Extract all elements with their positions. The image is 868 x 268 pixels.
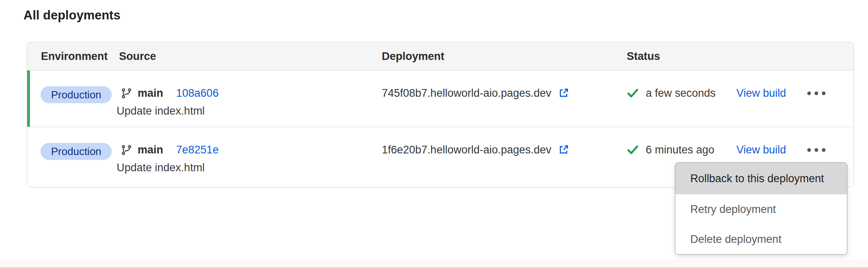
column-header-environment: Environment — [41, 42, 108, 70]
table-header-row: Environment Source Deployment Status — [27, 42, 853, 70]
deployment-url: 1f6e20b7.helloworld-aio.pages.dev — [382, 144, 551, 156]
column-header-deployment: Deployment — [382, 42, 445, 70]
check-icon — [627, 87, 639, 99]
environment-badge: Production — [40, 143, 112, 160]
branch-name: main — [138, 87, 163, 100]
kebab-menu-icon — [807, 148, 811, 152]
commit-link[interactable]: 7e8251e — [176, 144, 219, 156]
branch-name: main — [138, 144, 163, 156]
menu-item-delete[interactable]: Delete deployment — [675, 224, 847, 254]
row-actions-button[interactable] — [803, 142, 830, 158]
git-branch-icon — [121, 88, 132, 99]
commit-link[interactable]: 108a606 — [176, 87, 219, 100]
external-link-icon[interactable] — [558, 144, 569, 155]
status-time: 6 minutes ago — [646, 144, 715, 156]
deployment-cell: 745f08b7.helloworld-aio.pages.dev — [382, 86, 569, 100]
column-header-status: Status — [627, 42, 660, 70]
deployment-url: 745f08b7.helloworld-aio.pages.dev — [382, 87, 551, 100]
status-time: a few seconds — [646, 87, 716, 100]
external-link-icon[interactable] — [558, 87, 569, 99]
source-cell: main 7e8251e Update index.html — [117, 143, 219, 174]
source-cell: main 108a606 Update index.html — [117, 86, 219, 118]
git-branch-icon — [121, 145, 132, 155]
column-header-source: Source — [119, 42, 156, 70]
check-icon — [627, 144, 639, 156]
table-row: Production main 108a606 — [27, 70, 853, 127]
menu-item-rollback[interactable]: Rollback to this deployment — [675, 163, 847, 194]
environment-badge: Production — [40, 86, 112, 103]
page-title: All deployments — [23, 8, 120, 23]
kebab-menu-icon — [807, 91, 811, 95]
status-cell: 6 minutes ago — [627, 143, 715, 157]
menu-item-retry[interactable]: Retry deployment — [675, 194, 847, 224]
view-build-link[interactable]: View build — [736, 86, 786, 100]
commit-message: Update index.html — [117, 104, 219, 118]
row-actions-button[interactable] — [803, 85, 830, 101]
view-build-link[interactable]: View build — [736, 143, 786, 157]
deployments-page: All deployments Environment Source Deplo… — [0, 0, 868, 268]
deployment-cell: 1f6e20b7.helloworld-aio.pages.dev — [382, 143, 569, 157]
status-cell: a few seconds — [627, 86, 716, 100]
deployment-actions-menu: Rollback to this deployment Retry deploy… — [675, 162, 847, 255]
commit-message: Update index.html — [117, 161, 219, 174]
current-deployment-indicator — [27, 70, 30, 127]
page-bottom-divider — [0, 260, 868, 268]
